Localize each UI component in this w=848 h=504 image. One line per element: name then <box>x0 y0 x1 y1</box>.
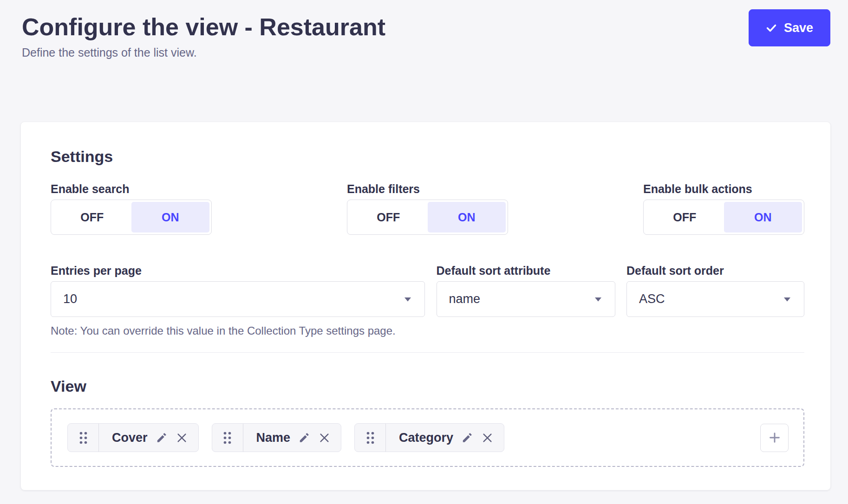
page-subtitle: Define the settings of the list view. <box>22 45 385 59</box>
enable-search-toggle: OFF ON <box>51 200 212 235</box>
save-button[interactable]: Save <box>749 9 830 46</box>
enable-search-on-option[interactable]: ON <box>131 202 210 233</box>
close-icon <box>481 432 494 444</box>
enable-search-label: Enable search <box>51 182 212 195</box>
pencil-icon <box>461 432 473 444</box>
default-sort-order-label: Default sort order <box>626 264 804 277</box>
page-header: Configure the view - Restaurant Define t… <box>0 0 848 59</box>
drag-handle-icon <box>78 431 88 445</box>
enable-bulk-actions-field: Enable bulk actions OFF ON <box>643 182 804 235</box>
default-sort-order-value: ASC <box>639 292 665 306</box>
chevron-down-icon <box>404 297 411 302</box>
default-sort-order-select[interactable]: ASC <box>626 281 804 317</box>
pencil-icon <box>298 432 310 444</box>
drag-handle[interactable] <box>212 424 243 452</box>
section-divider <box>51 352 804 353</box>
field-chip-body: Cover <box>99 424 198 452</box>
chevron-down-icon <box>783 297 791 302</box>
edit-field-button[interactable] <box>298 432 310 444</box>
remove-field-button[interactable] <box>318 432 331 444</box>
page-title: Configure the view - Restaurant <box>22 12 385 42</box>
enable-search-off-option[interactable]: OFF <box>53 202 131 233</box>
entries-per-page-value: 10 <box>63 292 77 306</box>
enable-filters-label: Enable filters <box>347 182 508 195</box>
entries-per-page-label: Entries per page <box>51 264 425 277</box>
remove-field-button[interactable] <box>481 432 494 444</box>
drag-handle[interactable] <box>355 424 386 452</box>
selects-row: Entries per page 10 Default sort attribu… <box>51 264 804 317</box>
field-chip-category: Category <box>354 423 504 452</box>
page-header-text: Configure the view - Restaurant Define t… <box>22 12 385 59</box>
field-chip-label: Category <box>399 431 453 445</box>
save-button-label: Save <box>784 21 813 35</box>
settings-card: Settings Enable search OFF ON Enable fil… <box>21 122 830 490</box>
enable-filters-on-option[interactable]: ON <box>428 202 506 233</box>
default-sort-order-field: Default sort order ASC <box>626 264 804 317</box>
field-chip-label: Cover <box>112 431 148 445</box>
close-icon <box>176 432 188 444</box>
default-sort-attribute-field: Default sort attribute name <box>437 264 615 317</box>
field-chip-body: Name <box>243 424 341 452</box>
displayed-fields-dropzone: Cover <box>51 408 804 467</box>
entries-note: Note: You can override this value in the… <box>51 324 804 337</box>
close-icon <box>318 432 331 444</box>
field-chip-label: Name <box>256 431 291 445</box>
plus-icon <box>768 431 782 445</box>
view-heading: View <box>51 377 804 395</box>
field-chip-cover: Cover <box>67 423 199 452</box>
enable-bulk-actions-toggle: OFF ON <box>643 200 804 235</box>
edit-field-button[interactable] <box>461 432 473 444</box>
field-chip-name: Name <box>212 423 342 452</box>
default-sort-attribute-select[interactable]: name <box>437 281 615 317</box>
enable-search-field: Enable search OFF ON <box>51 182 212 235</box>
drag-handle[interactable] <box>68 424 99 452</box>
edit-field-button[interactable] <box>156 432 168 444</box>
enable-bulk-actions-on-option[interactable]: ON <box>724 202 802 233</box>
enable-filters-off-option[interactable]: OFF <box>349 202 428 233</box>
remove-field-button[interactable] <box>176 432 188 444</box>
default-sort-attribute-value: name <box>449 292 481 306</box>
chevron-down-icon <box>594 297 602 302</box>
entries-per-page-select[interactable]: 10 <box>51 281 425 317</box>
entries-per-page-field: Entries per page 10 <box>51 264 425 317</box>
default-sort-attribute-label: Default sort attribute <box>437 264 615 277</box>
enable-bulk-actions-off-option[interactable]: OFF <box>646 202 724 233</box>
drag-handle-icon <box>222 431 232 445</box>
settings-heading: Settings <box>51 147 804 166</box>
field-chip-body: Category <box>386 424 504 452</box>
check-icon <box>766 22 777 33</box>
add-field-button[interactable] <box>760 424 789 452</box>
pencil-icon <box>156 432 168 444</box>
drag-handle-icon <box>365 431 375 445</box>
enable-filters-toggle: OFF ON <box>347 200 508 235</box>
enable-filters-field: Enable filters OFF ON <box>347 182 508 235</box>
enable-bulk-actions-label: Enable bulk actions <box>643 182 804 195</box>
toggles-row: Enable search OFF ON Enable filters OFF … <box>51 182 804 235</box>
